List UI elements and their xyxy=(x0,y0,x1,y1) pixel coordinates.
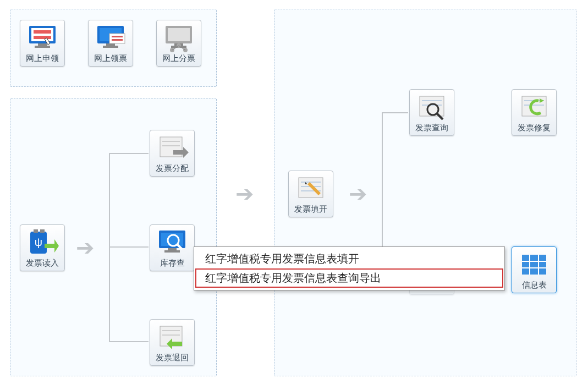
node-info-table[interactable]: 信息表 xyxy=(512,246,557,293)
monitor-search-icon xyxy=(156,228,189,257)
menu-item-export[interactable]: 红字增值税专用发票信息表查询导出 xyxy=(195,268,503,288)
svg-rect-9 xyxy=(103,46,118,48)
svg-rect-21 xyxy=(34,229,38,233)
monitor-ticket-icon xyxy=(94,24,127,52)
doc-pencil-icon xyxy=(294,174,327,203)
node-stock-query[interactable]: 库存查 xyxy=(150,224,195,271)
connector xyxy=(382,112,408,113)
svg-text:ψ: ψ xyxy=(35,236,42,248)
svg-rect-1 xyxy=(31,28,53,41)
doc-export-icon xyxy=(156,134,189,162)
node-online-split[interactable]: 网上分票 xyxy=(156,20,201,67)
svg-rect-10 xyxy=(109,34,125,43)
menu-item-fill[interactable]: 红字增值税专用发票信息表填开 xyxy=(195,249,503,268)
connector xyxy=(109,246,149,248)
node-invoice-repair[interactable]: 发票修复 xyxy=(512,89,557,136)
connector xyxy=(109,341,149,342)
monitor-tree-icon xyxy=(162,24,195,52)
svg-rect-30 xyxy=(164,250,180,253)
svg-rect-3 xyxy=(34,36,51,39)
svg-rect-11 xyxy=(112,36,123,37)
connector xyxy=(109,153,149,154)
label: 发票填开 xyxy=(294,204,327,213)
node-invoice-return[interactable]: 发票退回 xyxy=(150,319,195,366)
label: 信息表 xyxy=(522,280,547,289)
svg-rect-12 xyxy=(112,39,123,41)
context-menu: 红字增值税专用发票信息表填开 红字增值税专用发票信息表查询导出 xyxy=(194,246,505,290)
node-online-apply[interactable]: 网上申领 xyxy=(20,20,65,67)
node-invoice-query[interactable]: 发票查询 xyxy=(409,89,454,136)
label: 发票修复 xyxy=(518,123,551,132)
label: 发票退回 xyxy=(156,353,189,362)
svg-rect-40 xyxy=(420,96,444,116)
table-icon xyxy=(518,250,551,279)
svg-rect-8 xyxy=(106,43,115,46)
usb-import-icon: ψ xyxy=(26,228,59,257)
arrow-icon: ➔ xyxy=(76,237,95,259)
svg-rect-2 xyxy=(34,30,51,34)
doc-return-icon xyxy=(156,323,189,352)
node-invoice-distribute[interactable]: 发票分配 xyxy=(150,130,195,177)
svg-rect-4 xyxy=(38,43,47,46)
arrow-icon: ➔ xyxy=(235,183,254,205)
doc-search-icon xyxy=(415,93,448,122)
svg-rect-48 xyxy=(522,255,546,275)
node-invoice-fill[interactable]: 发票填开 xyxy=(288,171,333,217)
doc-refresh-icon xyxy=(518,93,551,122)
label: 网上申领 xyxy=(26,53,59,63)
monitor-touch-icon xyxy=(26,24,59,52)
node-invoice-read[interactable]: ψ 发票读入 xyxy=(20,224,65,271)
svg-rect-22 xyxy=(40,229,45,233)
label: 发票查询 xyxy=(415,123,448,132)
label: 发票读入 xyxy=(26,258,59,267)
arrow-icon: ➔ xyxy=(349,183,367,205)
label: 网上分票 xyxy=(162,53,195,63)
label: 网上领票 xyxy=(94,53,127,63)
node-online-receive[interactable]: 网上领票 xyxy=(88,20,133,67)
connector xyxy=(109,153,110,342)
svg-rect-29 xyxy=(168,248,177,250)
svg-rect-14 xyxy=(168,28,190,41)
label: 库存查 xyxy=(160,258,185,267)
label: 发票分配 xyxy=(156,163,189,173)
svg-rect-5 xyxy=(35,46,50,48)
